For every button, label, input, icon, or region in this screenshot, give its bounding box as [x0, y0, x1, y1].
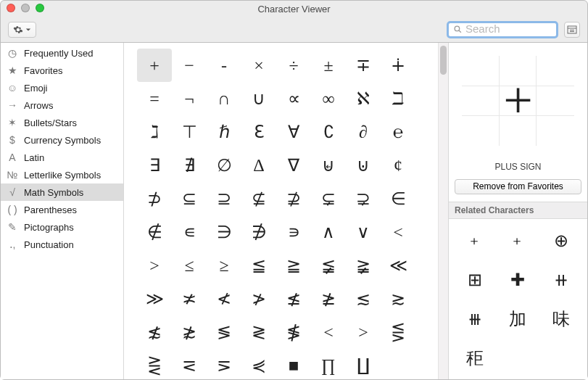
character-cell[interactable]: ≵	[172, 315, 207, 349]
character-cell[interactable]: ⋞	[241, 349, 276, 379]
character-cell[interactable]: ℵ	[346, 82, 381, 115]
character-cell[interactable]: ±	[311, 49, 346, 82]
character-cell[interactable]: ≨	[311, 249, 346, 282]
character-cell[interactable]: ∩	[207, 82, 241, 115]
close-window-button[interactable]	[7, 4, 15, 12]
character-cell[interactable]: ∄	[172, 149, 207, 182]
character-cell[interactable]: <	[311, 315, 346, 349]
remove-from-favorites-button[interactable]: Remove from Favorites	[455, 179, 581, 194]
sidebar-item-emoji[interactable]: ☺Emoji	[1, 79, 123, 96]
character-cell[interactable]: ¬	[172, 82, 207, 115]
related-character-cell[interactable]: ⊕	[544, 223, 579, 258]
character-cell[interactable]: ∃	[137, 149, 172, 182]
character-cell[interactable]: ⋜	[172, 349, 207, 379]
character-cell[interactable]: <	[381, 215, 415, 249]
character-cell[interactable]: ∏	[311, 349, 346, 379]
collapse-panel-button[interactable]	[564, 22, 580, 38]
character-cell[interactable]: ≳	[381, 282, 415, 315]
character-cell[interactable]: ÷	[276, 49, 311, 82]
character-cell[interactable]: Ɛ	[241, 115, 276, 149]
sidebar-item-math-symbols[interactable]: √Math Symbols	[1, 183, 123, 201]
character-cell[interactable]: ∇	[276, 149, 311, 182]
character-cell[interactable]: ⋛	[137, 349, 172, 379]
character-cell[interactable]: ⊆	[172, 182, 207, 215]
related-character-cell[interactable]: ✚	[501, 263, 536, 297]
character-cell[interactable]: ∌	[241, 215, 276, 249]
character-cell[interactable]: ∓	[346, 49, 381, 82]
character-cell[interactable]: ≰	[276, 282, 311, 315]
character-cell[interactable]: ⋚	[381, 315, 415, 349]
related-character-cell[interactable]	[501, 341, 536, 376]
character-cell[interactable]: +	[137, 49, 172, 82]
search-field[interactable]	[447, 21, 558, 38]
sidebar-item-arrows[interactable]: →Arrows	[1, 96, 123, 114]
character-cell[interactable]: ≲	[346, 282, 381, 315]
character-cell[interactable]: ∪	[241, 82, 276, 115]
grid-scrollbar[interactable]	[438, 43, 448, 379]
character-cell[interactable]: ≯	[241, 282, 276, 315]
character-cell[interactable]: ⊇	[207, 182, 241, 215]
character-cell[interactable]: ∉	[137, 215, 172, 249]
character-cell[interactable]: ⊍	[346, 149, 381, 182]
related-character-cell[interactable]: 加	[501, 302, 536, 336]
sidebar-item-frequently-used[interactable]: ◷Frequently Used	[1, 44, 123, 62]
character-cell[interactable]: >	[346, 315, 381, 349]
character-cell[interactable]: ≩	[346, 249, 381, 282]
sidebar-item-pictographs[interactable]: ✎Pictographs	[1, 218, 123, 236]
character-cell[interactable]: ⊅	[137, 182, 172, 215]
character-cell[interactable]: >	[137, 249, 172, 282]
related-character-cell[interactable]: ⊞	[457, 263, 492, 297]
grid-scroll[interactable]: +−-×÷±∓∔=¬∩∪∝∞ℵℶℷ⊤ℏƐ∀∁∂℮∃∄∅∆∇⊌⊍¢⊅⊆⊇⊈⊉⊊⊋∈…	[124, 43, 438, 379]
character-cell[interactable]: ≸	[276, 315, 311, 349]
character-cell[interactable]: ∈	[381, 182, 415, 215]
maximize-window-button[interactable]	[36, 4, 44, 12]
related-character-cell[interactable]: ﹢	[457, 223, 492, 258]
character-cell[interactable]: ⊌	[311, 149, 346, 182]
character-cell[interactable]: ∧	[311, 215, 346, 249]
character-cell[interactable]	[381, 349, 415, 379]
sidebar-item-parentheses[interactable]: ( )Parentheses	[1, 201, 123, 218]
character-cell[interactable]: −	[172, 49, 207, 82]
character-cell[interactable]: ∐	[346, 349, 381, 379]
character-cell[interactable]: ℷ	[137, 115, 172, 149]
character-cell[interactable]: ℶ	[381, 82, 415, 115]
sidebar-item-latin[interactable]: ALatin	[1, 149, 123, 166]
character-cell[interactable]: ∔	[381, 49, 415, 82]
character-cell[interactable]: ∊	[172, 215, 207, 249]
character-cell[interactable]: ≭	[172, 282, 207, 315]
sidebar-item-bullets-stars[interactable]: ✶Bullets/Stars	[1, 114, 123, 131]
character-cell[interactable]: ∨	[346, 215, 381, 249]
character-cell[interactable]: ≥	[207, 249, 241, 282]
character-cell[interactable]: =	[137, 82, 172, 115]
character-cell[interactable]: ∀	[276, 115, 311, 149]
character-cell[interactable]: ≱	[311, 282, 346, 315]
related-character-cell[interactable]: ⧺	[544, 263, 579, 297]
sidebar-item-currency-symbols[interactable]: $Currency Symbols	[1, 131, 123, 149]
character-cell[interactable]: ⊈	[241, 182, 276, 215]
search-input[interactable]	[465, 24, 552, 35]
sidebar-item-punctuation[interactable]: ․,Punctuation	[1, 236, 123, 253]
character-cell[interactable]: ∅	[207, 149, 241, 182]
related-character-cell[interactable]: 味	[544, 302, 579, 336]
action-menu-button[interactable]	[8, 22, 36, 38]
sidebar-item-favorites[interactable]: ★Favorites	[1, 62, 123, 79]
character-cell[interactable]: ℏ	[207, 115, 241, 149]
scrollbar-thumb[interactable]	[440, 46, 447, 75]
character-cell[interactable]: ¢	[381, 149, 415, 182]
character-cell[interactable]: ⊤	[172, 115, 207, 149]
character-cell[interactable]: ∂	[346, 115, 381, 149]
character-cell[interactable]: ∞	[311, 82, 346, 115]
character-cell[interactable]: ∆	[241, 149, 276, 182]
character-cell[interactable]: ≮	[207, 282, 241, 315]
character-cell[interactable]: ℮	[381, 115, 415, 149]
character-cell[interactable]: ≶	[207, 315, 241, 349]
character-cell[interactable]: ≧	[276, 249, 311, 282]
character-cell[interactable]: ⋝	[207, 349, 241, 379]
character-cell[interactable]: ∍	[276, 215, 311, 249]
character-cell[interactable]: ×	[241, 49, 276, 82]
character-cell[interactable]: ⊊	[311, 182, 346, 215]
character-cell[interactable]: ⊋	[346, 182, 381, 215]
character-cell[interactable]: ≷	[241, 315, 276, 349]
minimize-window-button[interactable]	[21, 4, 30, 12]
character-cell[interactable]: ■	[276, 349, 311, 379]
